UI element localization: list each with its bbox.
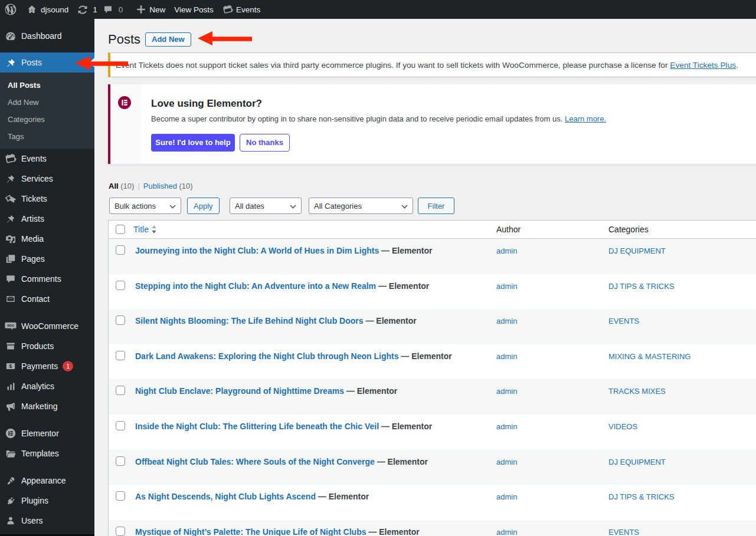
svg-text:WOO: WOO [7,324,14,327]
svg-text:$: $ [9,363,12,369]
